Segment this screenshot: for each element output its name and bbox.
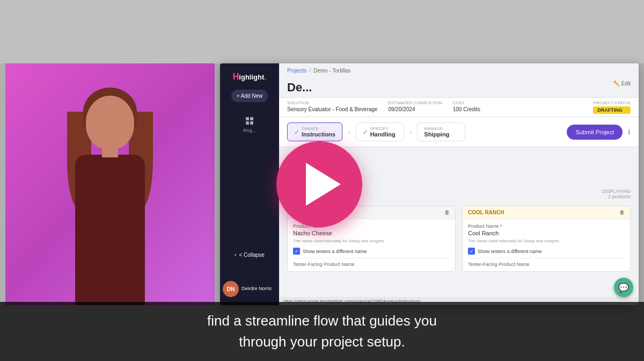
main-container: Highlight. + Add New Proj... ‹ < Collaps… xyxy=(0,0,644,361)
name-value-cheese: Nacho Cheese xyxy=(293,230,450,236)
collapse-arrow-icon: ‹ xyxy=(235,252,236,258)
product-body-cheese: Product Name * Nacho Cheese The name use… xyxy=(288,219,455,271)
delete-cool-ranch-icon[interactable]: 🗑 xyxy=(619,210,625,215)
show-different-label-cheese: Show testers a different name xyxy=(303,249,367,254)
steps-bar: ✓ CREATE Instructions › ✓ SPECIFY Handli… xyxy=(279,117,639,147)
chat-button[interactable]: 💬 xyxy=(614,278,633,297)
step-check-icon: ✓ xyxy=(294,128,299,136)
step-arrow-2: › xyxy=(409,128,412,136)
step-name-shipping: Shipping xyxy=(424,131,458,138)
displaying-label: DISPLAYING 2 products xyxy=(602,189,631,199)
breadcrumb-separator: / xyxy=(309,68,311,74)
show-different-checkbox-cheese[interactable]: ✓ xyxy=(293,248,300,255)
show-different-row-cool-ranch: ✓ Show testers a different name xyxy=(468,248,625,255)
add-new-button[interactable]: + Add New xyxy=(231,90,268,102)
svg-rect-0 xyxy=(246,117,249,120)
page-header: De... ✏️ Edit xyxy=(279,78,639,97)
product-body-cool-ranch: Product Name * Cool Ranch The name used … xyxy=(463,219,630,271)
show-different-checkbox-cool-ranch[interactable]: ✓ xyxy=(468,248,475,255)
tester-label-cheese: Tester-Facing Product Name xyxy=(293,258,450,267)
name-label-cool-ranch: Product Name * xyxy=(468,223,625,229)
meta-completion: ESTIMATED COMPLETION 09/20/2024 xyxy=(388,100,442,114)
show-different-row-cheese: ✓ Show testers a different name xyxy=(293,248,450,255)
status-badge: DRAFTING xyxy=(593,106,631,114)
page-title: De... xyxy=(287,81,312,95)
svg-rect-2 xyxy=(246,121,249,125)
step-instructions[interactable]: ✓ CREATE Instructions xyxy=(287,122,342,141)
sidebar: Highlight. + Add New Proj... ‹ < Collaps… xyxy=(220,63,279,305)
meta-bar: SOLUTION Sensory Evaluator - Food & Beve… xyxy=(279,97,639,117)
info-icon[interactable]: ℹ xyxy=(628,128,631,136)
edit-button[interactable]: ✏️ Edit xyxy=(613,81,631,86)
breadcrumb-projects[interactable]: Projects xyxy=(287,68,306,74)
product-header-cool-ranch: COOL RANCH 🗑 xyxy=(463,206,630,219)
subtitle-text: find a streamline flow that guides you t… xyxy=(207,311,437,352)
svg-rect-1 xyxy=(250,117,253,120)
top-bar xyxy=(0,0,644,63)
step-handling[interactable]: ✓ SPECIFY Handling xyxy=(356,122,404,141)
play-button[interactable] xyxy=(276,141,362,227)
subtitle-bar: find a streamline flow that guides you t… xyxy=(0,302,644,361)
app-logo: Highlight. xyxy=(233,71,266,82)
product-card-cool-ranch: COOL RANCH 🗑 Product Name * Cool Ranch T… xyxy=(462,206,631,272)
submit-project-button[interactable]: Submit Project xyxy=(567,125,623,140)
meta-solution: SOLUTION Sensory Evaluator - Food & Beve… xyxy=(287,100,377,114)
tester-label-cool-ranch: Tester-Facing Product Name xyxy=(468,258,625,267)
name-value-cool-ranch: Cool Ranch xyxy=(468,230,625,236)
show-different-label-cool-ranch: Show testers a different name xyxy=(478,249,541,254)
meta-status: PROJECT STATUS DRAFTING xyxy=(593,100,631,114)
pencil-icon: ✏️ xyxy=(613,81,620,86)
step-sub-create: CREATE xyxy=(302,126,335,131)
breadcrumb: Projects / Demo - Tortillas xyxy=(279,63,639,78)
collapse-label: < Collapse xyxy=(239,252,265,258)
user-name: Deirdre Norris xyxy=(241,286,274,292)
projects-icon xyxy=(244,115,255,126)
step-check-icon-2: ✓ xyxy=(363,128,368,136)
presenter-panel xyxy=(5,63,215,305)
meta-cost: COST 100 Credits xyxy=(453,100,480,114)
user-avatar-area: DN Deirdre Norris xyxy=(223,281,274,297)
name-hint-cheese: The name used internally for Setup and I… xyxy=(293,239,450,243)
step-sub-specify: SPECIFY xyxy=(370,126,396,131)
step-sub-manage: MANAGE xyxy=(424,126,458,131)
step-arrow-1: › xyxy=(348,128,350,136)
name-hint-cool-ranch: The name used internally for Setup and I… xyxy=(468,239,625,243)
svg-rect-3 xyxy=(250,121,253,125)
step-name-instructions: Instructions xyxy=(302,131,335,138)
play-triangle-icon xyxy=(306,163,341,206)
collapse-button[interactable]: ‹ < Collapse xyxy=(220,248,279,262)
delete-cheese-icon[interactable]: 🗑 xyxy=(444,210,450,215)
step-name-handling: Handling xyxy=(370,131,396,138)
step-shipping[interactable]: MANAGE Shipping xyxy=(417,122,465,141)
avatar: DN xyxy=(223,281,239,297)
sidebar-item-label: Proj... xyxy=(243,128,256,133)
sidebar-item-projects[interactable]: Proj... xyxy=(240,113,259,136)
breadcrumb-current: Demo - Tortillas xyxy=(313,68,350,74)
